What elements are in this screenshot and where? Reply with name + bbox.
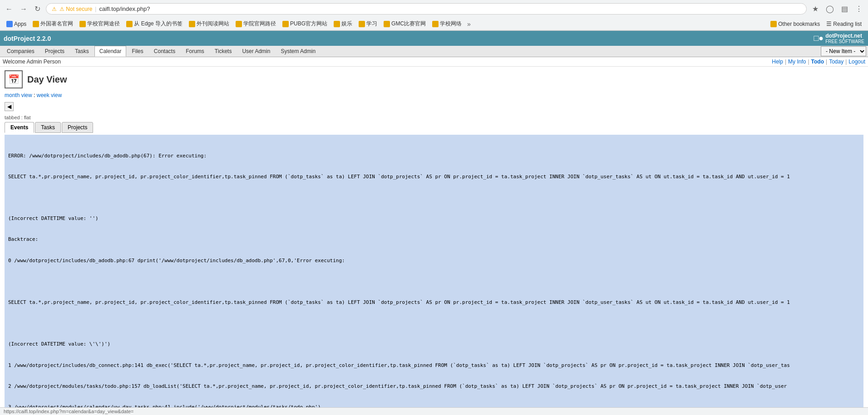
- edge-bookmark-label: 从 Edge 导入的书签: [134, 20, 182, 28]
- bookmark-edge[interactable]: 从 Edge 导入的书签: [123, 19, 185, 29]
- schoolnet-bookmark-label: 学校网络: [440, 20, 462, 28]
- gmc-bookmark-label: GMC比赛官网: [391, 20, 426, 28]
- nav-files[interactable]: Files: [127, 46, 148, 57]
- logout-link[interactable]: Logout: [848, 59, 865, 65]
- view-nav-sep: :: [34, 92, 37, 98]
- tab-events[interactable]: Events: [5, 122, 34, 133]
- foreign-bookmark-label: 外国著名官网: [40, 20, 73, 28]
- dayview-icon: 📅: [5, 70, 23, 88]
- app-title: dotProject 2.2.0: [4, 35, 51, 42]
- other-bookmarks-icon: [770, 21, 777, 27]
- study-bookmark-label: 学习: [366, 20, 377, 28]
- week-view-link[interactable]: week view: [37, 92, 62, 98]
- nav-calendar[interactable]: Calendar: [94, 46, 127, 57]
- backtrace-1: 1 /www/dotproject/includes/db_connect.ph…: [8, 362, 860, 369]
- today-link[interactable]: Today: [829, 59, 843, 65]
- nav-useradmin[interactable]: User Admin: [237, 46, 275, 57]
- bookmarks-bar: Apps 外国著名官网 学校官网途径 从 Edge 导入的书签 外刊阅读网站 学…: [0, 18, 868, 30]
- backtrace-spacer: [8, 278, 860, 285]
- error-datetime: (Incorrect DATETIME value: ''): [8, 215, 860, 222]
- todo-link[interactable]: Todo: [811, 59, 824, 65]
- dayview-title: Day View: [27, 74, 67, 85]
- logo-tagline: FREE SOFTWARE: [825, 39, 864, 44]
- nav-projects[interactable]: Projects: [40, 46, 69, 57]
- nav-contacts[interactable]: Contacts: [149, 46, 180, 57]
- reload-button[interactable]: ↻: [33, 3, 42, 15]
- entertainment-bookmark-icon: [334, 21, 340, 27]
- entertainment-bookmark-label: 娱乐: [341, 20, 352, 28]
- tab-tasks[interactable]: Tasks: [35, 122, 61, 133]
- app-logo: □● dotProject.net FREE SOFTWARE: [814, 33, 865, 44]
- month-view-link[interactable]: month view: [5, 92, 32, 98]
- bookmark-foreign[interactable]: 外国著名官网: [30, 19, 76, 29]
- extensions-button[interactable]: ▤: [839, 3, 850, 15]
- school-bookmark-icon: [79, 21, 86, 27]
- bookmark-entertainment[interactable]: 娱乐: [331, 19, 355, 29]
- security-warning-icon: ⚠: [52, 6, 57, 12]
- bookmark-schoolnet[interactable]: 学校网络: [429, 19, 464, 29]
- view-nav: month view : week view: [5, 92, 863, 98]
- menu-button[interactable]: ⋮: [853, 3, 864, 15]
- apps-bookmark-icon: [6, 21, 13, 27]
- nav-companies[interactable]: Companies: [2, 46, 39, 57]
- foreign-bookmark-icon: [33, 21, 39, 27]
- nav-forums[interactable]: Forums: [181, 46, 209, 57]
- status-bar: https://caifl.top/index.php?m=calendar&a…: [0, 407, 868, 415]
- bookmark-gmc[interactable]: GMC比赛官网: [381, 19, 429, 29]
- myinfo-link[interactable]: My Info: [788, 59, 806, 65]
- address-bar[interactable]: ⚠ ⚠ Not secure | caifl.top/index.php?: [46, 3, 807, 15]
- schoolnet-bookmark-icon: [432, 21, 439, 27]
- apps-bookmark-label: Apps: [14, 21, 26, 27]
- forward-button[interactable]: →: [18, 3, 29, 15]
- browser-chrome: ← → ↻ ⚠ ⚠ Not secure | caifl.top/index.p…: [0, 0, 868, 31]
- backtrace-0: 0 /www/dotproject/includes/db_adodb.php:…: [8, 257, 860, 264]
- reading-list[interactable]: ☰ Reading list: [824, 20, 864, 28]
- other-bookmarks-label: Other bookmarks: [778, 21, 820, 27]
- journal-bookmark-label: 外刊阅读网站: [197, 20, 229, 28]
- tab-style-label: tabbed : flat: [5, 115, 863, 120]
- bookmark-star-button[interactable]: ★: [810, 3, 820, 15]
- pubg-bookmark-label: PUBG官方网站: [290, 20, 327, 28]
- error-spacer: [8, 194, 860, 201]
- pubg-bookmark-icon: [282, 21, 289, 27]
- browser-actions: ★ ◯ ▤ ⋮: [810, 3, 864, 15]
- other-bookmarks[interactable]: Other bookmarks: [768, 20, 823, 28]
- tab-projects[interactable]: Projects: [62, 122, 93, 133]
- nav-systemadmin[interactable]: System Admin: [276, 46, 321, 57]
- error-line2: SELECT ta.*,pr.project_name, pr.project_…: [8, 173, 860, 180]
- backtrace-spacer2: [8, 320, 860, 327]
- new-item-select[interactable]: - New Item -: [821, 46, 866, 56]
- welcome-bar: Welcome Admin Person Help | My Info | To…: [0, 57, 868, 67]
- back-button[interactable]: ←: [4, 3, 15, 15]
- bookmark-school[interactable]: 学校官网途径: [77, 19, 123, 29]
- welcome-text: Welcome Admin Person: [3, 59, 61, 65]
- backtrace-sql: SELECT ta.*,pr.project_name, pr.project_…: [8, 299, 860, 306]
- error-area: ERROR: /www/dotproject/includes/db_adodb…: [5, 135, 863, 415]
- bookmark-institute[interactable]: 学院官网路径: [233, 19, 279, 29]
- url-display: caifl.top/index.php?: [99, 5, 150, 12]
- error-line1: ERROR: /www/dotproject/includes/db_adodb…: [8, 152, 860, 159]
- logo-name: dotProject.net: [825, 33, 864, 39]
- school-bookmark-label: 学校官网途径: [87, 20, 120, 28]
- prev-button[interactable]: ◀: [5, 102, 14, 111]
- dayview-header: 📅 Day View: [5, 70, 863, 88]
- profile-button[interactable]: ◯: [824, 3, 836, 15]
- reading-list-icon: ☰: [826, 20, 832, 27]
- bookmark-study[interactable]: 学习: [356, 19, 380, 29]
- backtrace-datetime2: (Incorrect DATETIME value: \'\')'): [8, 341, 860, 347]
- tab-bar: Events Tasks Projects: [5, 122, 863, 133]
- app-header: dotProject 2.2.0 □● dotProject.net FREE …: [0, 31, 868, 46]
- edge-bookmark-icon: [126, 21, 133, 27]
- more-bookmarks-button[interactable]: »: [465, 20, 473, 29]
- nav-tasks[interactable]: Tasks: [70, 46, 94, 57]
- status-url: https://caifl.top/index.php?m=calendar&a…: [4, 409, 134, 414]
- welcome-links: Help | My Info | Todo | Today | Logout: [772, 59, 865, 65]
- content-area: 📅 Day View month view : week view ◀ tabb…: [0, 67, 868, 415]
- bookmark-pubg[interactable]: PUBG官方网站: [280, 19, 330, 29]
- nav-tickets[interactable]: Tickets: [210, 46, 237, 57]
- help-link[interactable]: Help: [772, 59, 783, 65]
- security-warning-text: ⚠ Not secure: [59, 6, 92, 12]
- bookmark-apps[interactable]: Apps: [4, 20, 29, 28]
- reading-list-label: Reading list: [833, 21, 862, 27]
- bookmark-journal[interactable]: 外刊阅读网站: [186, 19, 232, 29]
